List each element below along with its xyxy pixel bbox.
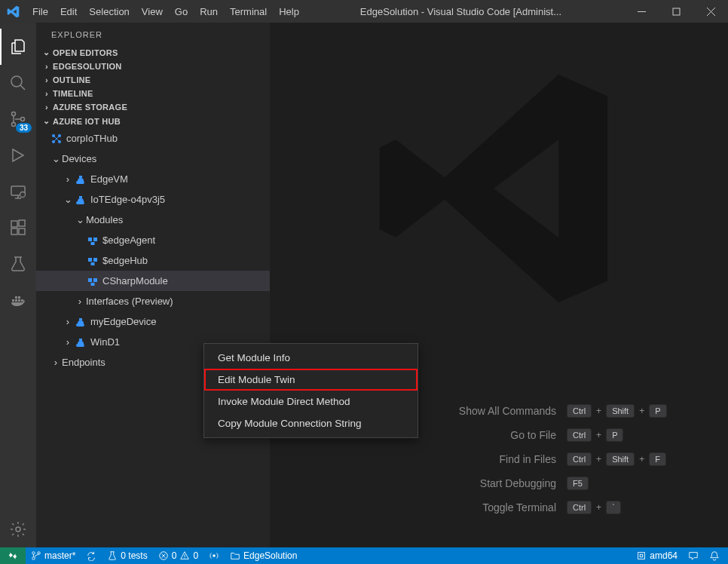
- tree-device-edgevm[interactable]: › EdgeVM: [36, 169, 270, 189]
- shortcut-row: Toggle Terminal Ctrl+`: [310, 501, 687, 514]
- key: Ctrl: [567, 501, 592, 514]
- source-control-badge: 33: [16, 123, 32, 133]
- tree-label: IoTEdge-o4pv3j5: [90, 194, 165, 205]
- section-open-editors[interactable]: ⌄ OPEN EDITORS: [36, 45, 270, 60]
- key: P: [649, 404, 666, 418]
- chevron-right-icon: ›: [50, 357, 62, 368]
- maximize-button[interactable]: [659, 0, 693, 23]
- platform-name: amd64: [650, 550, 678, 561]
- sync-icon: [86, 550, 96, 561]
- menu-selection[interactable]: Selection: [83, 6, 135, 17]
- device-edge-icon: [74, 194, 87, 206]
- bell-icon: [709, 550, 720, 561]
- status-bell[interactable]: [704, 547, 725, 564]
- remote-indicator[interactable]: [0, 547, 26, 564]
- context-edit-module-twin[interactable]: Edit Module Twin: [204, 369, 418, 391]
- vscode-watermark-icon: [363, 53, 635, 324]
- tree-label: WinD1: [90, 336, 120, 348]
- chevron-down-icon: ⌄: [50, 153, 62, 164]
- activity-remote-icon[interactable]: [0, 173, 36, 210]
- tree-module-csharp[interactable]: CSharpModule: [36, 271, 270, 291]
- section-timeline[interactable]: › TIMELINE: [36, 87, 270, 100]
- tree-module-edgehub[interactable]: $edgeHub: [36, 250, 270, 271]
- status-branch[interactable]: master*: [26, 547, 81, 564]
- branch-name: master*: [44, 550, 75, 561]
- context-copy-connection-string[interactable]: Copy Module Connection String: [204, 412, 418, 434]
- menu-file[interactable]: File: [26, 6, 54, 17]
- activity-extensions-icon[interactable]: [0, 210, 36, 246]
- section-azure-storage[interactable]: › AZURE STORAGE: [36, 100, 270, 114]
- shortcut-label: Start Debugging: [360, 477, 556, 489]
- svg-point-11: [16, 527, 20, 532]
- activity-settings-icon[interactable]: [0, 511, 36, 547]
- tree-label: Devices: [62, 153, 96, 164]
- section-label: OPEN EDITORS: [53, 48, 118, 57]
- close-button[interactable]: [693, 0, 728, 23]
- tree-iot-hub[interactable]: corpIoTHub: [36, 128, 270, 149]
- sidebar-title: EXPLORER: [36, 23, 270, 45]
- status-tests[interactable]: 0 tests: [102, 547, 152, 564]
- tree-label: Modules: [86, 214, 123, 225]
- key: Ctrl: [567, 428, 592, 442]
- chevron-right-icon: ›: [41, 62, 53, 71]
- status-broadcast[interactable]: [203, 547, 225, 564]
- menu-terminal[interactable]: Terminal: [224, 6, 273, 17]
- activity-testing-icon[interactable]: [0, 246, 36, 282]
- activity-source-control-icon[interactable]: 33: [0, 101, 36, 137]
- chevron-right-icon: ›: [74, 296, 86, 307]
- context-get-module-info[interactable]: Get Module Info: [204, 347, 418, 369]
- key: F5: [567, 477, 589, 490]
- svg-rect-25: [93, 278, 97, 282]
- tree-label: $edgeAgent: [102, 234, 155, 246]
- section-edgesolution[interactable]: › EDGESOLUTION: [36, 60, 270, 73]
- chevron-right-icon: ›: [62, 316, 74, 327]
- beaker-icon: [107, 550, 118, 561]
- svg-rect-9: [19, 228, 25, 234]
- error-count: 0: [172, 550, 177, 561]
- minimize-button[interactable]: [624, 0, 659, 23]
- menu-view[interactable]: View: [136, 6, 169, 17]
- svg-rect-10: [19, 220, 25, 226]
- svg-rect-35: [641, 554, 644, 557]
- key: Ctrl: [567, 404, 592, 418]
- shortcut-row: Start Debugging F5: [310, 477, 687, 490]
- tree-module-edgeagent[interactable]: $edgeAgent: [36, 230, 270, 250]
- status-folder[interactable]: EdgeSolution: [225, 547, 302, 564]
- key: P: [606, 428, 623, 442]
- section-azure-iot-hub[interactable]: ⌄ AZURE IOT HUB: [36, 114, 270, 128]
- shortcut-row: Find in Files Ctrl+Shift+F: [310, 452, 687, 466]
- activity-search-icon[interactable]: [0, 65, 36, 101]
- tree-device-myedge[interactable]: › myEdgeDevice: [36, 311, 270, 332]
- tree-interfaces[interactable]: › Interfaces (Preview): [36, 291, 270, 311]
- svg-rect-34: [638, 553, 645, 559]
- menu-run[interactable]: Run: [194, 6, 224, 17]
- git-branch-icon: [31, 550, 41, 561]
- activity-run-icon[interactable]: [0, 137, 36, 173]
- svg-point-30: [32, 557, 35, 560]
- status-platform[interactable]: amd64: [631, 547, 683, 564]
- activity-explorer-icon[interactable]: [0, 29, 36, 65]
- menu-edit[interactable]: Edit: [54, 6, 83, 17]
- section-outline[interactable]: › OUTLINE: [36, 73, 270, 87]
- key: Ctrl: [567, 452, 592, 466]
- section-label: AZURE STORAGE: [53, 103, 127, 112]
- svg-rect-22: [93, 258, 97, 262]
- module-icon: [86, 255, 99, 267]
- menu-go[interactable]: Go: [169, 6, 194, 17]
- shortcut-label: Toggle Terminal: [360, 501, 556, 513]
- svg-rect-17: [79, 196, 82, 198]
- status-feedback[interactable]: [683, 547, 704, 564]
- activity-docker-icon[interactable]: [0, 282, 36, 318]
- menu-help[interactable]: Help: [273, 6, 305, 17]
- titlebar: File Edit Selection View Go Run Terminal…: [0, 0, 728, 23]
- tree-devices[interactable]: ⌄ Devices: [36, 149, 270, 169]
- feedback-icon: [688, 550, 699, 561]
- tree-modules[interactable]: ⌄ Modules: [36, 210, 270, 230]
- status-sync[interactable]: [81, 547, 102, 564]
- tree-device-iotedge[interactable]: ⌄ IoTEdge-o4pv3j5: [36, 189, 270, 210]
- svg-point-3: [12, 123, 16, 127]
- chevron-right-icon: ›: [41, 103, 53, 112]
- context-invoke-direct-method[interactable]: Invoke Module Direct Method: [204, 391, 418, 412]
- status-bar: master* 0 tests 0 0 EdgeSolution amd64: [0, 547, 728, 564]
- status-problems[interactable]: 0 0: [153, 547, 203, 564]
